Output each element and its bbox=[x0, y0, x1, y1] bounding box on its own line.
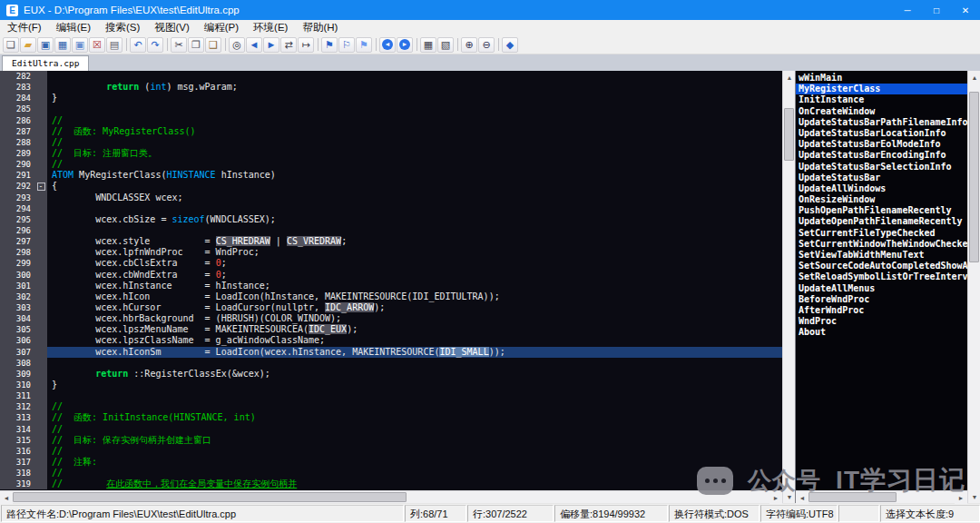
fold-toggle[interactable]: - bbox=[37, 183, 45, 191]
find-prev-button[interactable]: ◄ bbox=[246, 37, 262, 53]
code-line[interactable]: 313// 函数: InitInstance(HINSTANCE, int) bbox=[0, 412, 782, 423]
code-line[interactable]: 284} bbox=[0, 93, 782, 104]
symbol-item[interactable]: wWinMain bbox=[796, 73, 967, 84]
editor-vscroll-thumb[interactable] bbox=[784, 108, 794, 161]
navigate-forward-button[interactable]: ► bbox=[397, 37, 413, 53]
symbols-scroll-left-button[interactable]: ◄ bbox=[796, 491, 808, 504]
symbol-item[interactable]: WndProc bbox=[796, 316, 967, 327]
code-line[interactable]: 291ATOM MyRegisterClass(HINSTANCE hInsta… bbox=[0, 170, 782, 181]
code-line[interactable]: 318// bbox=[0, 468, 782, 479]
goto-line-button[interactable]: ↦ bbox=[298, 37, 314, 53]
code-line[interactable]: 289// 目标: 注册窗口类。 bbox=[0, 148, 782, 159]
symbol-item[interactable]: UpdateStatusBarLocationInfo bbox=[796, 128, 967, 139]
code-line[interactable]: 283 return (int) msg.wParam; bbox=[0, 82, 782, 93]
menu-edit[interactable]: 编辑(E) bbox=[49, 20, 98, 35]
code-line[interactable]: 301 wcex.hInstance = hInstance; bbox=[0, 281, 782, 291]
code-line[interactable]: 314// bbox=[0, 424, 782, 435]
symbol-item[interactable]: UpdateStatusBarSelectionInfo bbox=[796, 162, 967, 173]
cut-button[interactable]: ✂ bbox=[171, 37, 187, 53]
symbol-item[interactable]: About bbox=[796, 327, 967, 338]
code-line[interactable]: 293 WNDCLASSEX wcex; bbox=[0, 192, 782, 203]
code-line[interactable]: 290// bbox=[0, 159, 782, 170]
code-line[interactable]: 305 wcex.lpszMenuName = MAKEINTRESOURCEA… bbox=[0, 324, 782, 335]
find-next-button[interactable]: ► bbox=[263, 37, 279, 53]
symbols-vscroll-track[interactable] bbox=[968, 84, 980, 490]
code-line[interactable]: 300 wcex.cbWndExtra = 0; bbox=[0, 270, 782, 281]
symbol-item[interactable]: SetSourceCodeAutoCompletedShowA bbox=[796, 261, 967, 271]
save-all-button[interactable]: ▦ bbox=[54, 37, 71, 53]
symbol-item[interactable]: SetCurrentWindowTheWindowChecked bbox=[796, 239, 967, 250]
open-file-button[interactable]: ▰ bbox=[20, 37, 36, 53]
editor-hscroll-thumb[interactable] bbox=[13, 492, 407, 502]
code-line[interactable]: 298 wcex.lpfnWndProc = WndProc; bbox=[0, 247, 782, 258]
code-line[interactable]: 285 bbox=[0, 104, 782, 114]
code-line[interactable]: 292-{ bbox=[0, 181, 782, 192]
code-line[interactable]: 306 wcex.lpszClassName = g_acWindowClass… bbox=[0, 335, 782, 346]
symbol-item[interactable]: UpdateAllWindows bbox=[796, 183, 967, 194]
symbol-item[interactable]: SetCurrentFileTypeChecked bbox=[796, 228, 967, 239]
symbols-scroll-up-button[interactable]: ▲ bbox=[968, 71, 980, 84]
editor-vscroll-track[interactable] bbox=[783, 84, 795, 490]
symbol-item[interactable]: UpdateAllMenus bbox=[796, 283, 967, 294]
symbol-item[interactable]: OnCreateWindow bbox=[796, 106, 967, 117]
bookmark-toggle-button[interactable]: ⚑ bbox=[321, 37, 338, 53]
close-file-button[interactable]: ☒ bbox=[89, 37, 105, 53]
symbol-list[interactable]: wWinMainMyRegisterClassInitInstanceOnCre… bbox=[796, 71, 967, 490]
menu-help[interactable]: 帮助(H) bbox=[295, 20, 345, 35]
menu-environment[interactable]: 环境(E) bbox=[246, 20, 295, 35]
code-line[interactable]: 319// 在此函数中，我们在全局变量中保存实例句柄并 bbox=[0, 479, 782, 489]
symbol-item[interactable]: PushOpenPathFilenameRecently bbox=[796, 205, 967, 216]
symbol-item[interactable]: UpdateStatusBar bbox=[796, 173, 967, 183]
code-line[interactable]: 287// 函数: MyRegisterClass() bbox=[0, 126, 782, 137]
code-line[interactable]: 302 wcex.hIcon = LoadIcon(hInstance, MAK… bbox=[0, 291, 782, 302]
window-tile-button[interactable]: ▦ bbox=[420, 37, 436, 53]
code-line[interactable]: 307 wcex.hIconSm = LoadIcon(wcex.hInstan… bbox=[0, 347, 782, 358]
symbols-scroll-right-button[interactable]: ► bbox=[955, 491, 967, 504]
code-line[interactable]: 304 wcex.hbrBackground = (HBRUSH)(COLOR_… bbox=[0, 313, 782, 324]
copy-button[interactable]: ❐ bbox=[188, 37, 204, 53]
code-line[interactable]: 309 return ::RegisterClassEx(&wcex); bbox=[0, 369, 782, 380]
menu-file[interactable]: 文件(F) bbox=[0, 20, 49, 35]
code-line[interactable]: 299 wcex.cbClsExtra = 0; bbox=[0, 258, 782, 269]
new-file-button[interactable]: ❏ bbox=[3, 37, 19, 53]
zoom-in-button[interactable]: ⊕ bbox=[461, 37, 477, 53]
zoom-out-button[interactable]: ⊖ bbox=[478, 37, 495, 53]
editor-scroll-down-button[interactable]: ▼ bbox=[783, 490, 796, 503]
symbols-horizontal-scrollbar[interactable]: ◄ ► bbox=[796, 490, 967, 503]
code-line[interactable]: 282 bbox=[0, 71, 782, 82]
symbol-item[interactable]: SetReloadSymbolListOrTreeInterv bbox=[796, 271, 967, 282]
maximize-button[interactable]: □ bbox=[922, 0, 951, 20]
editor-vertical-scrollbar[interactable]: ▲ ▼ bbox=[782, 71, 795, 503]
paste-button[interactable]: ❑ bbox=[205, 37, 221, 53]
symbols-vscroll-thumb[interactable] bbox=[969, 92, 979, 262]
code-line[interactable]: 295 wcex.cbSize = sizeof(WNDCLASSEX); bbox=[0, 214, 782, 225]
symbol-item[interactable]: MyRegisterClass bbox=[796, 84, 967, 94]
editor-hscroll-track[interactable] bbox=[13, 491, 769, 503]
symbol-item[interactable]: BeforeWndProc bbox=[796, 294, 967, 305]
symbol-item[interactable]: OnResizeWindow bbox=[796, 194, 967, 205]
code-line[interactable]: 312// bbox=[0, 401, 782, 412]
code-line[interactable]: 308 bbox=[0, 358, 782, 369]
save-file-button[interactable]: ▣ bbox=[37, 37, 54, 53]
symbols-hscroll-thumb[interactable] bbox=[808, 492, 897, 502]
code-line[interactable]: 297 wcex.style = CS_HREDRAW | CS_VREDRAW… bbox=[0, 236, 782, 247]
print-button[interactable]: ▤ bbox=[106, 37, 122, 53]
code-line[interactable]: 294 bbox=[0, 203, 782, 214]
editor-scroll-up-button[interactable]: ▲ bbox=[783, 71, 796, 84]
symbol-item[interactable]: AfterWndProc bbox=[796, 305, 967, 316]
code-line[interactable]: 288// bbox=[0, 137, 782, 148]
undo-button[interactable]: ↶ bbox=[130, 37, 146, 53]
code-line[interactable]: 286// bbox=[0, 115, 782, 126]
symbol-item[interactable]: UpdateStatusBarEncodingInfo bbox=[796, 150, 967, 161]
replace-button[interactable]: ⇄ bbox=[280, 37, 297, 53]
bookmark-prev-button[interactable]: ⚐ bbox=[338, 37, 355, 53]
code-line[interactable]: 317// 注释: bbox=[0, 457, 782, 468]
code-line[interactable]: 310} bbox=[0, 380, 782, 390]
code-line[interactable]: 315// 目标: 保存实例句柄并创建主窗口 bbox=[0, 435, 782, 446]
bookmark-next-button[interactable]: ⚑ bbox=[356, 37, 372, 53]
code-editor[interactable]: 282283 return (int) msg.wParam;284}28528… bbox=[0, 71, 782, 490]
symbols-vertical-scrollbar[interactable]: ▲ ▼ bbox=[967, 71, 980, 503]
redo-button[interactable]: ↷ bbox=[147, 37, 163, 53]
editor-scroll-right-button[interactable]: ► bbox=[769, 491, 782, 504]
code-line[interactable]: 296 bbox=[0, 225, 782, 236]
